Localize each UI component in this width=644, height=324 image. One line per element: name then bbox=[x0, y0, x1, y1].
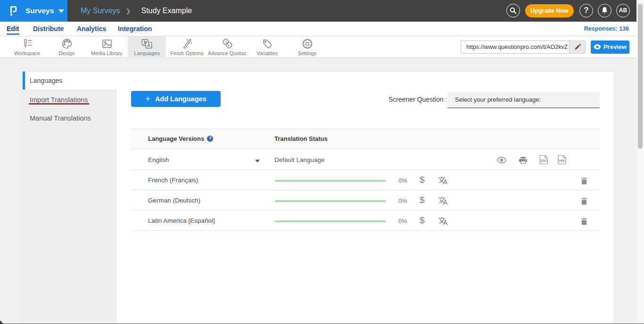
svg-text:DOC: DOC bbox=[540, 159, 547, 162]
svg-text:PDF: PDF bbox=[559, 159, 565, 162]
